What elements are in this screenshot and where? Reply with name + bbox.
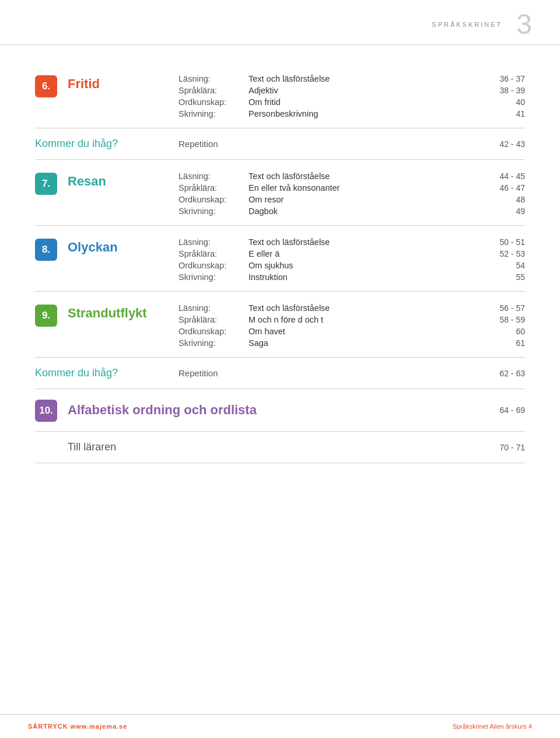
list-item: Ordkunskap: Om sjukhus 54 <box>178 261 525 270</box>
section-8-olyckan: 8. Olyckan Läsning: Text och läsförståel… <box>35 226 525 292</box>
item-pages: 44 - 45 <box>478 172 525 181</box>
list-item: Ordkunskap: Om fritid 40 <box>178 97 525 107</box>
item-label: Läsning: <box>178 172 249 181</box>
item-pages: 54 <box>478 261 525 270</box>
item-pages: 60 <box>478 327 525 336</box>
item-value: Text och läsförståelse <box>249 237 478 247</box>
item-value: Om fritid <box>249 97 478 107</box>
item-value: Instruktion <box>249 272 478 282</box>
list-item: Språklära: E eller ä 52 - 53 <box>178 249 525 258</box>
item-label: Språklära: <box>178 86 249 95</box>
item-pages: 36 - 37 <box>478 74 525 83</box>
item-value: E eller ä <box>249 249 478 258</box>
section-9-items: Läsning: Text och läsförståelse 56 - 57 … <box>178 303 525 348</box>
list-item: Skrivning: Saga 61 <box>178 338 525 348</box>
item-pages: 52 - 53 <box>478 249 525 258</box>
item-label: Ordkunskap: <box>178 261 249 270</box>
section-8-title: Olyckan <box>68 240 167 255</box>
list-item: Skrivning: Instruktion 55 <box>178 272 525 282</box>
repetition-pages-2: 62 - 63 <box>478 369 525 378</box>
section-6-fritid: 6. Fritid Läsning: Text och läsförståels… <box>35 62 525 128</box>
item-pages: 40 <box>478 97 525 107</box>
repetition-text-1: Repetition <box>178 139 478 149</box>
page-header: SPRÅKSKRINET 3 <box>0 0 560 45</box>
till-lararen-row: Till läraren 70 - 71 <box>35 432 525 463</box>
list-item: Skrivning: Dagbok 49 <box>178 207 525 216</box>
item-pages: 55 <box>478 272 525 282</box>
item-pages: 58 - 59 <box>478 315 525 324</box>
item-pages: 38 - 39 <box>478 86 525 95</box>
list-item: Språklära: En eller två konsonanter 46 -… <box>178 183 525 193</box>
list-item: Läsning: Text och läsförståelse 56 - 57 <box>178 303 525 313</box>
item-pages: 50 - 51 <box>478 237 525 247</box>
item-value: En eller två konsonanter <box>249 183 478 193</box>
section-6-number: 6. <box>35 75 57 97</box>
footer-right-text: Språkskrinet Alien årskurs 4 <box>453 723 532 730</box>
item-value: Om sjukhus <box>249 261 478 270</box>
repetition-row-1: Kommer du ihåg? Repetition 42 - 43 <box>35 128 525 160</box>
item-label: Skrivning: <box>178 207 249 216</box>
section-7-title: Resan <box>68 174 167 189</box>
section-8-items: Läsning: Text och läsförståelse 50 - 51 … <box>178 237 525 282</box>
list-item: Ordkunskap: Om havet 60 <box>178 327 525 336</box>
section-7-items: Läsning: Text och läsförståelse 44 - 45 … <box>178 172 525 216</box>
item-pages: 41 <box>478 109 525 118</box>
section-10-title: Alfabetisk ordning och ordlista <box>68 403 478 418</box>
item-value: Om havet <box>249 327 478 336</box>
section-9-number: 9. <box>35 305 57 327</box>
item-label: Läsning: <box>178 74 249 83</box>
item-value: Om resor <box>249 195 478 204</box>
list-item: Skrivning: Personbeskrivning 41 <box>178 109 525 118</box>
list-item: Ordkunskap: Om resor 48 <box>178 195 525 204</box>
item-pages: 46 - 47 <box>478 183 525 193</box>
list-item: Språklära: Adjektiv 38 - 39 <box>178 86 525 95</box>
item-label: Skrivning: <box>178 109 249 118</box>
section-10-alfabetisk: 10. Alfabetisk ordning och ordlista 64 -… <box>35 389 525 432</box>
item-label: Läsning: <box>178 237 249 247</box>
section-6-items: Läsning: Text och läsförståelse 36 - 37 … <box>178 74 525 118</box>
page-footer: SÄRTRYCK www.majema.se Språkskrinet Alie… <box>0 714 560 738</box>
item-value: M och n före d och t <box>249 315 478 324</box>
repetition-row-2: Kommer du ihåg? Repetition 62 - 63 <box>35 358 525 389</box>
list-item: Läsning: Text och läsförståelse 36 - 37 <box>178 74 525 83</box>
item-label: Ordkunskap: <box>178 97 249 107</box>
item-pages: 56 - 57 <box>478 303 525 313</box>
section-9-strandutflykt: 9. Strandutflykt Läsning: Text och läsfö… <box>35 292 525 358</box>
section-6-title: Fritid <box>68 76 167 92</box>
item-pages: 61 <box>478 338 525 348</box>
main-content: 6. Fritid Läsning: Text och läsförståels… <box>0 45 560 481</box>
item-value: Text och läsförståelse <box>249 172 478 181</box>
item-value: Saga <box>249 338 478 348</box>
item-label: Läsning: <box>178 303 249 313</box>
section-7-number: 7. <box>35 173 57 195</box>
item-value: Personbeskrivning <box>249 109 478 118</box>
item-label: Ordkunskap: <box>178 195 249 204</box>
header-title: SPRÅKSKRINET <box>432 21 502 28</box>
footer-left-text: SÄRTRYCK www.majema.se <box>28 723 127 730</box>
item-label: Ordkunskap: <box>178 327 249 336</box>
item-label: Språklära: <box>178 249 249 258</box>
section-7-resan: 7. Resan Läsning: Text och läsförståelse… <box>35 160 525 226</box>
section-10-number: 10. <box>35 400 57 422</box>
repetition-label-2: Kommer du ihåg? <box>35 367 167 379</box>
till-lararen-label: Till läraren <box>68 441 478 453</box>
item-pages: 48 <box>478 195 525 204</box>
item-label: Skrivning: <box>178 272 249 282</box>
repetition-text-2: Repetition <box>178 368 478 378</box>
page: SPRÅKSKRINET 3 6. Fritid Läsning: Text o… <box>0 0 560 738</box>
item-value: Adjektiv <box>249 86 478 95</box>
item-label: Språklära: <box>178 315 249 324</box>
item-label: Skrivning: <box>178 338 249 348</box>
list-item: Språklära: M och n före d och t 58 - 59 <box>178 315 525 324</box>
item-value: Dagbok <box>249 207 478 216</box>
repetition-label-1: Kommer du ihåg? <box>35 138 167 150</box>
till-lararen-pages: 70 - 71 <box>478 443 525 452</box>
list-item: Läsning: Text och läsförståelse 50 - 51 <box>178 237 525 247</box>
item-value: Text och läsförståelse <box>249 303 478 313</box>
item-value: Text och läsförståelse <box>249 74 478 83</box>
item-label: Språklära: <box>178 183 249 193</box>
repetition-pages-1: 42 - 43 <box>478 139 525 149</box>
item-pages: 49 <box>478 207 525 216</box>
list-item: Läsning: Text och läsförståelse 44 - 45 <box>178 172 525 181</box>
section-10-pages: 64 - 69 <box>478 405 525 415</box>
